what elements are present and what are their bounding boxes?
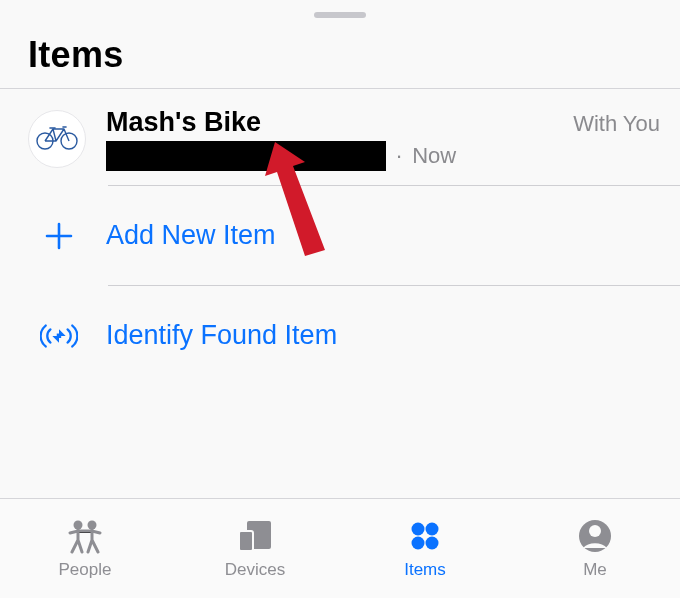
svg-point-14 xyxy=(589,525,601,537)
identify-found-item-label: Identify Found Item xyxy=(106,320,337,351)
tab-me[interactable]: Me xyxy=(510,499,680,598)
tab-devices[interactable]: Devices xyxy=(170,499,340,598)
me-icon xyxy=(574,517,616,555)
svg-rect-8 xyxy=(239,531,253,551)
item-time-separator: · xyxy=(396,143,402,169)
item-row-bike[interactable]: Mash's Bike · Now With You xyxy=(0,89,680,185)
tab-bar: People Devices Items xyxy=(0,498,680,598)
svg-marker-2 xyxy=(59,329,66,336)
item-icon-container xyxy=(28,110,86,168)
item-location-redacted xyxy=(106,141,386,171)
item-time: Now xyxy=(412,143,456,169)
item-subline: · Now xyxy=(106,141,573,171)
svg-point-10 xyxy=(426,523,439,536)
tab-people[interactable]: People xyxy=(0,499,170,598)
identify-icon xyxy=(40,321,78,351)
tab-items-label: Items xyxy=(404,560,446,580)
tab-items[interactable]: Items xyxy=(340,499,510,598)
identify-found-item-row[interactable]: Identify Found Item xyxy=(0,286,680,385)
sheet-drag-handle[interactable] xyxy=(314,12,366,18)
tab-me-label: Me xyxy=(583,560,607,580)
item-status: With You xyxy=(573,111,660,137)
items-icon xyxy=(404,517,446,555)
people-icon xyxy=(64,517,106,555)
tab-people-label: People xyxy=(59,560,112,580)
bicycle-icon xyxy=(36,124,78,154)
svg-point-11 xyxy=(412,537,425,550)
devices-icon xyxy=(234,517,276,555)
plus-icon xyxy=(40,221,78,251)
add-new-item-label: Add New Item xyxy=(106,220,276,251)
svg-point-9 xyxy=(412,523,425,536)
tab-devices-label: Devices xyxy=(225,560,285,580)
item-name: Mash's Bike xyxy=(106,107,573,138)
svg-point-12 xyxy=(426,537,439,550)
item-body: Mash's Bike · Now xyxy=(106,107,573,171)
add-new-item-row[interactable]: Add New Item xyxy=(0,186,680,285)
